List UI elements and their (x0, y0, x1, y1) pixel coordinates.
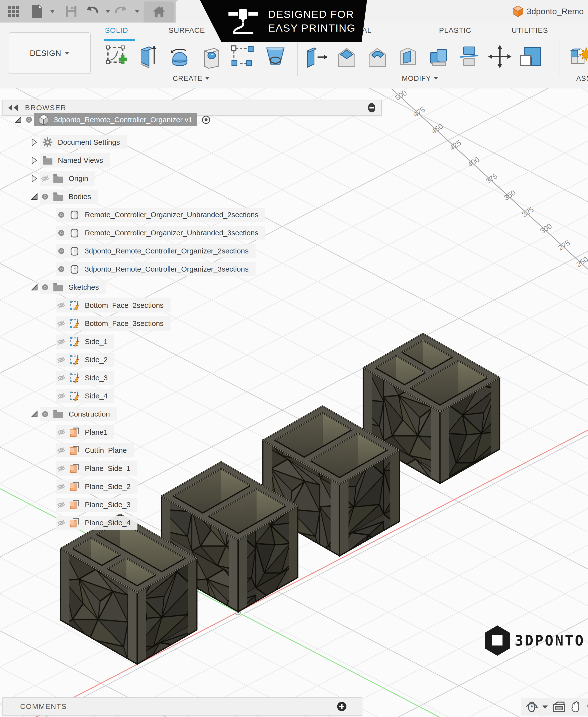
document-title[interactable]: 3dponto_Remo (512, 5, 584, 17)
expand-arrow-icon[interactable] (29, 174, 40, 183)
create-sketch-icon[interactable] (103, 42, 131, 71)
tree-item-3dponto-remote-controller-organizer-2sections[interactable]: 3dponto_Remote_Controller_Organizer_2sec… (56, 244, 255, 258)
panel-minimize-icon[interactable] (368, 103, 376, 113)
new-component-icon[interactable] (565, 42, 588, 71)
fillet-icon[interactable] (363, 42, 392, 71)
collapse-left-icon[interactable] (7, 104, 19, 111)
orbit-icon[interactable] (525, 701, 538, 713)
undo-dropdown-caret[interactable] (101, 4, 115, 18)
tree-item-plane-side-4[interactable]: Plane_Side_4 (56, 516, 138, 530)
visibility-eye-icon[interactable] (23, 115, 34, 124)
visibility-eye-icon[interactable] (56, 500, 67, 509)
tree-item-named-views[interactable]: Named Views (29, 153, 110, 168)
tree-item-origin[interactable]: Origin (29, 171, 95, 186)
tree-item-sketches[interactable]: Sketches (29, 280, 106, 294)
visibility-eye-icon[interactable] (56, 446, 67, 455)
loft-icon[interactable] (261, 42, 290, 71)
tab-solid[interactable]: SOLID (105, 24, 128, 36)
tree-item-root[interactable]: 3dponto_Remote_Controller_Organizer v1 (13, 113, 212, 127)
redo-icon[interactable] (114, 4, 128, 18)
tree-item-side-2[interactable]: Side_2 (56, 353, 114, 367)
tab-plastic[interactable]: PLASTIC (439, 24, 471, 36)
save-icon[interactable] (64, 4, 78, 18)
pattern-icon[interactable] (228, 42, 257, 71)
tree-item-bottom-face-2sections[interactable]: Bottom_Face_2sections (56, 298, 170, 312)
chamfer-icon[interactable] (333, 42, 361, 71)
visibility-eye-icon[interactable] (56, 247, 67, 255)
tree-item-plane-side-3[interactable]: Plane_Side_3 (56, 498, 138, 512)
combine-icon[interactable] (424, 42, 453, 71)
visibility-eye-icon[interactable] (56, 428, 67, 437)
expand-arrow-icon[interactable] (29, 284, 40, 291)
expand-arrow-icon[interactable] (29, 410, 40, 418)
visibility-eye-icon[interactable] (40, 174, 50, 183)
file-new-icon[interactable] (30, 4, 44, 18)
redo-dropdown-caret[interactable] (130, 4, 144, 18)
visibility-eye-icon[interactable] (56, 464, 67, 473)
comments-bar[interactable]: COMMENTS (2, 697, 362, 716)
visibility-eye-icon[interactable] (56, 482, 67, 491)
expand-arrow-icon[interactable] (29, 138, 40, 147)
tree-item-side-1[interactable]: Side_1 (56, 334, 114, 349)
dropdown-caret-icon[interactable] (542, 704, 548, 710)
tree-item-side-3[interactable]: Side_3 (56, 371, 114, 385)
tree-item-remote-controller-organizer-unbranded-3sections[interactable]: Remote_Controller_Organizer_Unbranded_3s… (56, 226, 265, 240)
hole-icon[interactable] (197, 42, 225, 71)
tree-item-plane-side-2[interactable]: Plane_Side_2 (56, 479, 138, 494)
expand-arrow-icon[interactable] (29, 156, 40, 165)
workspace-switcher-button[interactable]: DESIGN (9, 32, 91, 74)
assemble-group-label[interactable]: ASSE (576, 74, 588, 83)
tree-item-bodies[interactable]: Bodies (29, 190, 98, 204)
visibility-eye-icon[interactable] (56, 373, 67, 382)
tree-item-remote-controller-organizer-unbranded-2sections[interactable]: Remote_Controller_Organizer_Unbranded_2s… (56, 208, 265, 222)
visibility-eye-icon[interactable] (56, 337, 67, 346)
look-at-icon[interactable] (552, 701, 566, 713)
split-body-icon[interactable] (455, 42, 483, 71)
tree-item-side-4[interactable]: Side_4 (56, 389, 114, 403)
visibility-eye-icon[interactable] (56, 211, 67, 219)
zoom-magnifier-icon[interactable] (586, 701, 588, 713)
3dponto-logo: 3DPONTO (484, 625, 585, 656)
press-pull-icon[interactable] (302, 42, 330, 71)
move-copy-icon[interactable] (486, 42, 514, 71)
tree-item-plane-side-1[interactable]: Plane_Side_1 (56, 461, 138, 476)
body-icon (68, 246, 81, 256)
tree-item-bottom-face-3sections[interactable]: Bottom_Face_3sections (56, 317, 170, 331)
shell-icon[interactable] (394, 42, 422, 71)
activate-component-radio[interactable] (200, 115, 212, 125)
visibility-eye-icon[interactable] (56, 229, 67, 237)
create-group-label[interactable]: CREATE (173, 74, 210, 83)
modify-group-label[interactable]: MODIFY (402, 74, 438, 83)
tree-item-label: Bottom_Face_2sections (85, 301, 164, 309)
file-dropdown-caret[interactable] (46, 4, 59, 18)
add-comment-icon[interactable] (337, 701, 347, 712)
home-view-button[interactable] (144, 1, 174, 23)
view-navigation-bar[interactable] (521, 698, 588, 716)
tree-item-cuttin-plane[interactable]: Cuttin_Plane (56, 443, 134, 457)
visibility-eye-icon[interactable] (56, 319, 67, 328)
undo-icon[interactable] (85, 4, 99, 18)
tree-item-3dponto-remote-controller-organizer-3sections[interactable]: 3dponto_Remote_Controller_Organizer_3sec… (56, 262, 255, 276)
visibility-eye-icon[interactable] (56, 518, 67, 527)
root-item-highlight[interactable]: 3dponto_Remote_Controller_Organizer v1 (34, 113, 197, 126)
expand-arrow-icon[interactable] (29, 193, 40, 200)
app-grid-icon[interactable] (7, 4, 21, 18)
pan-hand-icon[interactable] (570, 701, 582, 713)
revolve-icon[interactable] (166, 42, 194, 71)
tree-item-plane1[interactable]: Plane1 (56, 425, 114, 439)
visibility-eye-icon[interactable] (40, 410, 50, 418)
tree-item-label: 3dponto_Remote_Controller_Organizer_2sec… (85, 247, 249, 255)
tree-item-document-settings[interactable]: Document Settings (29, 135, 127, 149)
visibility-eye-icon[interactable] (40, 193, 50, 201)
tab-utilities[interactable]: UTILITIES (511, 24, 548, 36)
visibility-eye-icon[interactable] (56, 392, 67, 400)
tree-item-construction[interactable]: Construction (29, 407, 117, 421)
extrude-icon[interactable] (134, 42, 163, 71)
visibility-eye-icon[interactable] (56, 265, 67, 273)
expand-arrow-icon[interactable] (13, 116, 23, 124)
visibility-eye-icon[interactable] (56, 301, 67, 310)
visibility-eye-icon[interactable] (40, 283, 50, 291)
tab-surface[interactable]: SURFACE (169, 24, 205, 36)
replace-face-icon[interactable] (516, 42, 545, 71)
visibility-eye-icon[interactable] (56, 355, 67, 364)
